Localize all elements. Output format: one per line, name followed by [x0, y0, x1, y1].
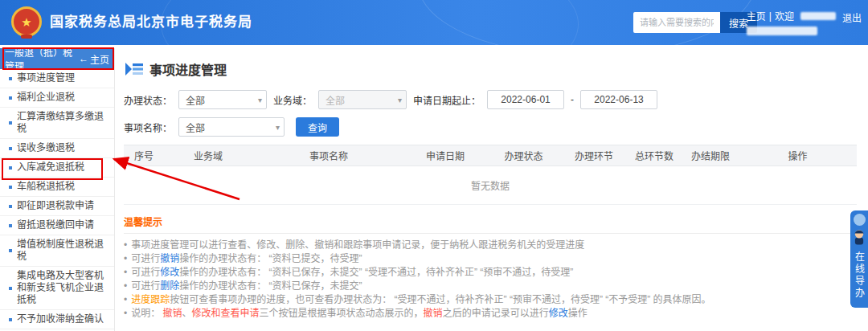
sidebar-item[interactable]: 汇算清缴结算多缴退税	[0, 108, 114, 139]
chevron-down-icon: ▾	[258, 96, 262, 104]
bullet-icon: •	[124, 307, 127, 321]
tip-text: 进度跟踪按钮可查看事项办理的进度，也可查看办理状态为： “受理不通过，待补齐补正…	[131, 293, 710, 307]
sidebar-item-label: 不予加收滞纳金确认	[17, 313, 104, 325]
user-area: 主页 | 欢迎	[747, 9, 836, 38]
helper-bubble-icon	[854, 214, 866, 226]
sidebar-home-label: 主页	[90, 52, 109, 66]
table-column-header: 申请日期	[405, 149, 485, 162]
table-header-row: 序号业务域事项名称申请日期办理状态办理环节总环节数办结期限操作	[124, 145, 857, 166]
domain-label: 业务域：	[273, 93, 312, 107]
tip-item: • 进度跟踪按钮可查看事项办理的进度，也可查看办理状态为： “受理不通过，待补齐…	[124, 293, 857, 307]
page-title: 事项进度管理	[149, 59, 227, 79]
sidebar-item-label: 即征即退税款申请	[17, 200, 94, 212]
helper-avatar-icon	[852, 228, 866, 249]
query-button[interactable]: 查询	[296, 117, 339, 137]
table-column-header: 操作	[739, 149, 857, 162]
tip-text: 可进行修改操作的办理状态有： “资料已保存，未提交” “受理不通过，待补齐补正”…	[131, 266, 573, 280]
page: ★ 国家税务总局北京市电子税务局 搜索 主页 | 欢迎 退出 一般退（抵）税管理…	[0, 0, 868, 331]
tip-item: • 可进行修改操作的办理状态有： “资料已保存，未提交” “受理不通过，待补齐补…	[124, 266, 857, 280]
tip-item: • 可进行撤销操作的办理状态有： “资料已提交，待受理”	[124, 252, 857, 266]
date-end-input[interactable]: 2022-06-13	[580, 90, 657, 109]
tips-section: 温馨提示 • 事项进度管理可以进行查看、修改、删除、撤销和跟踪事项申请记录，便于…	[124, 215, 857, 321]
sidebar-item[interactable]: 增值税制度性退税退税	[0, 235, 114, 267]
sidebar-item-label: 事项进度管理	[17, 72, 75, 84]
results-table: 序号业务域事项名称申请日期办理状态办理环节总环节数办结期限操作 暂无数据	[124, 145, 857, 205]
bullet-icon: •	[124, 293, 127, 307]
tip-text: 可进行撤销操作的办理状态有： “资料已提交，待受理”	[131, 252, 362, 266]
table-column-header: 办理状态	[485, 149, 562, 162]
sidebar-item-label: 误收多缴退税	[17, 142, 75, 154]
item-name-label: 事项名称：	[124, 121, 172, 134]
sidebar-item-label: 福利企业退税	[17, 92, 75, 104]
bullet-icon: •	[124, 266, 127, 280]
sidebar-title: 一般退（抵）税管理	[5, 45, 79, 72]
table-column-header: 序号	[124, 149, 164, 162]
bullet-icon: •	[124, 239, 127, 252]
sidebar-item-label: 汇算清缴结算多缴退税	[17, 111, 111, 135]
logout-button[interactable]: 退出	[842, 10, 862, 24]
table-empty-state: 暂无数据	[124, 166, 857, 205]
status-select-value: 全部	[186, 93, 205, 107]
sidebar-item-label: 集成电路及大型客机和新支线飞机企业退抵税	[17, 270, 111, 306]
status-select[interactable]: 全部 ▾	[178, 90, 267, 109]
sidebar-item-label: 增值税制度性退税退税	[17, 239, 111, 263]
date-range-label: 申请日期起止：	[413, 93, 481, 107]
username-redacted	[800, 12, 836, 20]
sidebar-item[interactable]: 不予加收滞纳金确认	[0, 310, 114, 329]
main-content: 事项进度管理 办理状态： 全部 ▾ 业务域： 全部 ▾ 申请日期起止： 2022…	[116, 48, 868, 331]
tips-title: 温馨提示	[124, 215, 857, 234]
sidebar-item-label: 留抵退税缴回申请	[17, 219, 94, 231]
chevron-down-icon: ▾	[276, 123, 280, 132]
sidebar-item[interactable]: 留抵退税缴回申请	[0, 216, 114, 235]
tip-item: • 可进行删除操作的办理状态有： “资料已保存，未提交”	[124, 280, 857, 293]
sidebar-header: 一般退（抵）税管理 ← 主页	[0, 48, 114, 69]
sidebar-item-label: 车船税退抵税	[17, 181, 75, 193]
table-column-header: 办结期限	[682, 149, 739, 162]
table-column-header: 业务域	[164, 149, 252, 162]
online-helper-label: 在线导办	[853, 251, 866, 300]
tip-text: 可进行删除操作的办理状态有： “资料已保存，未提交”	[131, 280, 362, 293]
welcome-label: 欢迎	[775, 9, 794, 22]
tips-list: • 事项进度管理可以进行查看、修改、删除、撤销和跟踪事项申请记录，便于纳税人跟进…	[124, 239, 857, 321]
site-title: 国家税务总局北京市电子税务局	[50, 0, 252, 45]
table-column-header: 办理环节	[562, 149, 626, 162]
filters-row-1: 办理状态： 全部 ▾ 业务域： 全部 ▾ 申请日期起止： 2022-06-01 …	[124, 90, 857, 109]
tax-bureau-emblem-icon: ★	[11, 6, 42, 37]
sidebar-item[interactable]: 入库减免退抵税	[0, 158, 114, 178]
bullet-icon: •	[124, 252, 127, 266]
online-helper-widget[interactable]: 在线导办	[850, 210, 868, 308]
domain-select[interactable]: 全部 ▾	[318, 90, 407, 109]
sidebar-item[interactable]: 福利企业退税	[0, 88, 114, 108]
date-start-input[interactable]: 2022-06-01	[487, 90, 564, 109]
domain-select-value: 全部	[326, 93, 345, 107]
tip-item: • 说明： 撤销、修改和查看申请三个按钮是根据事项状态动态展示的，撤销之后的申请…	[124, 307, 857, 321]
date-separator: -	[571, 94, 574, 105]
bullet-icon: •	[124, 280, 127, 293]
home-link[interactable]: 主页	[747, 9, 766, 22]
searchbox: 搜索	[633, 12, 757, 33]
table-column-header: 总环节数	[626, 149, 682, 162]
star-icon: ★	[21, 16, 31, 28]
sidebar-item[interactable]: 误收多缴退税	[0, 139, 114, 158]
tip-item: • 事项进度管理可以进行查看、修改、删除、撤销和跟踪事项申请记录，便于纳税人跟进…	[124, 239, 857, 252]
sidebar-menu: 事项进度管理 福利企业退税 汇算清缴结算多缴退税 误收多缴退税 入库减免退抵税 …	[0, 69, 114, 331]
list-arrow-icon	[125, 63, 143, 76]
sidebar-item[interactable]: 事项进度管理	[0, 69, 114, 88]
tip-text: 说明： 撤销、修改和查看申请三个按钮是根据事项状态动态展示的，撤销之后的申请记录…	[131, 307, 587, 321]
table-column-header: 事项名称	[252, 149, 405, 162]
filters-row-2: 事项名称： 全部 ▾ 查询	[124, 117, 857, 137]
taxpayer-name-redacted	[747, 27, 817, 35]
sidebar: 一般退（抵）税管理 ← 主页 事项进度管理 福利企业退税 汇算清缴结算多缴退税 …	[0, 48, 115, 331]
item-name-select[interactable]: 全部 ▾	[178, 117, 285, 137]
sidebar-item[interactable]: 车船税退抵税	[0, 178, 114, 197]
sidebar-item[interactable]: 即征即退税款申请	[0, 197, 114, 216]
item-name-select-value: 全部	[186, 121, 205, 134]
search-input[interactable]	[633, 12, 720, 33]
tip-text: 事项进度管理可以进行查看、修改、删除、撤销和跟踪事项申请记录，便于纳税人跟进税务…	[131, 239, 584, 252]
page-title-row: 事项进度管理	[125, 59, 857, 79]
sidebar-item[interactable]: 集成电路及大型客机和新支线飞机企业退抵税	[0, 267, 114, 310]
pipe-divider: |	[769, 10, 772, 22]
chevron-down-icon: ▾	[398, 96, 402, 104]
sidebar-home-link[interactable]: ← 主页	[79, 52, 109, 66]
sidebar-item-label: 入库减免退抵税	[17, 161, 84, 174]
